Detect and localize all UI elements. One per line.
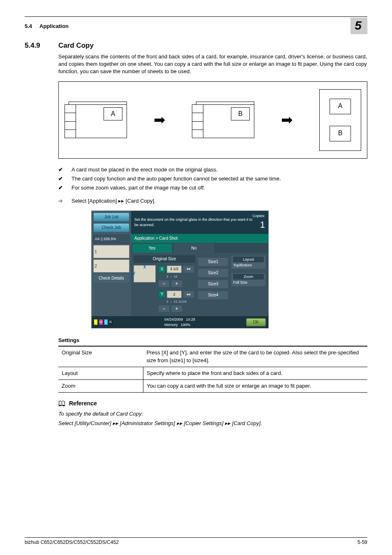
card-b-back: B [231, 107, 250, 120]
arrow-icon: ➡ [281, 110, 293, 130]
intro-paragraph: Separately scans the contents of the fro… [58, 53, 367, 76]
section-title: Card Copy [58, 42, 94, 50]
status-memory-label: Memory [164, 323, 178, 327]
layout-title: Layout [233, 257, 264, 263]
arrow-icon: ➡ [154, 110, 165, 130]
card-preview: X Y [134, 265, 156, 282]
y-button[interactable]: Y [158, 291, 166, 298]
tab-yes[interactable]: Yes [132, 244, 172, 253]
x-value: 3 1/2 [167, 266, 182, 273]
toner-k-icon: K [110, 319, 113, 325]
header-section-name: Application [39, 23, 69, 29]
panel-screenshot: Job List Check Job A4 ▯ 226.5% 1 2 Check… [91, 210, 269, 328]
check-icon: ✔ [58, 184, 66, 192]
zoom-button[interactable]: Zoom Full Size [231, 273, 266, 287]
header-rule [25, 16, 367, 17]
status-time: 14:28 [186, 317, 196, 321]
x-axis-label: X [143, 264, 146, 270]
check-icon: ✔ [58, 166, 66, 173]
arrow-right-icon: ➔ [58, 197, 66, 205]
note-text: For some zoom values, part of the image … [71, 184, 205, 192]
minus-button[interactable]: − [158, 280, 170, 287]
card-copy-diagram: A ➡ B ➡ A B [58, 81, 367, 159]
x-button[interactable]: X [158, 266, 166, 273]
minus-button[interactable]: − [158, 305, 170, 312]
breadcrumb: Application > Card Shot [131, 234, 268, 243]
status-date: 04/24/2009 [164, 317, 183, 321]
toner-y-icon: Y [94, 319, 97, 325]
reference-line-2: Select [Utility/Counter] ▸▸ [Administrat… [58, 420, 367, 427]
reference-line-1: To specify the default of Card Copy: [58, 410, 367, 418]
settings-title: Settings [58, 337, 367, 344]
toner-m-icon: M [99, 319, 103, 325]
section-number: 5.4.9 [25, 42, 49, 50]
toner-levels: Y M C K [94, 319, 114, 325]
check-details-button[interactable]: Check Details [93, 274, 129, 283]
original-size-label: Original Size [134, 255, 195, 263]
y-axis-label: Y [133, 271, 136, 277]
chapter-badge: 5 [350, 18, 367, 34]
check-job-button[interactable]: Check Job [93, 223, 129, 232]
zoom-value: Full Size [233, 280, 247, 284]
settings-key: Zoom [58, 380, 143, 393]
x-min: 2 [166, 275, 168, 278]
layout-value: Top/Bottom [233, 263, 252, 267]
nav-path-text: Select [Application] ▸▸ [Card Copy]. [71, 197, 156, 205]
status-bar: Y M C K 04/24/2009 14:28 Memory 100% OK [92, 316, 268, 328]
running-header: 5.4 Application 5 [25, 18, 367, 34]
note-text: A card must be placed in the erect mode … [71, 166, 218, 173]
nav-step: ➔ Select [Application] ▸▸ [Card Copy]. [58, 197, 367, 205]
scanner-back: B [192, 102, 254, 138]
x-max: 12 [174, 275, 178, 278]
preview-thumb-2: 2 [93, 259, 129, 273]
ok-button[interactable]: OK [246, 318, 266, 326]
settings-table: Original Size Press [X] and [Y], and ent… [58, 346, 367, 393]
settings-val: You can copy a card with the full size o… [143, 380, 368, 393]
plus-button[interactable]: + [171, 280, 182, 287]
paper-indicator: A4 ▯ 226.5% [93, 235, 129, 243]
size3-button[interactable]: Size3 [198, 280, 228, 289]
notes-list: ✔A card must be placed in the erect mode… [58, 166, 367, 192]
copies-value: 1 [260, 220, 265, 230]
reference-title: Reference [69, 400, 97, 408]
size1-button[interactable]: Size1 [198, 257, 228, 266]
section-heading: 5.4.9 Card Copy [25, 42, 367, 50]
reference-heading: 🕮 Reference [58, 398, 367, 409]
tab-no[interactable]: No [174, 244, 214, 253]
x-toggle-button[interactable]: ⇔ [183, 266, 194, 273]
y-value: 2 [167, 291, 182, 298]
reference-icon: 🕮 [58, 398, 66, 409]
size4-button[interactable]: Size4 [198, 291, 228, 300]
output-card-b: B [330, 126, 351, 141]
settings-key: Layout [58, 367, 143, 379]
preview-thumb-1: 1 [93, 245, 129, 258]
toner-c-icon: C [104, 319, 108, 325]
page-footer: bizhub C652/C652DS/C552/C552DS/C452 5-59 [25, 537, 367, 545]
scanner-front: A [65, 102, 127, 138]
plus-button[interactable]: + [171, 305, 182, 312]
settings-val: Specify where to place the front and bac… [143, 367, 368, 379]
status-memory-value: 100% [181, 323, 190, 327]
zoom-title: Zoom [233, 274, 264, 280]
output-sheet: A B [319, 89, 361, 151]
y-max: 11 11/16 [174, 300, 187, 303]
job-list-button[interactable]: Job List [93, 213, 129, 222]
footer-model: bizhub C652/C652DS/C552/C552DS/C452 [25, 539, 119, 545]
instruction-text: Set the document on the original glass i… [134, 217, 252, 227]
y-min: 2 [166, 300, 168, 303]
note-text: The card copy function and the auto pape… [71, 175, 281, 183]
output-card-a: A [330, 99, 351, 114]
size2-button[interactable]: Size2 [198, 268, 228, 278]
check-icon: ✔ [58, 175, 66, 183]
copies-label: Copies: [252, 214, 265, 218]
footer-page: 5-59 [357, 539, 367, 545]
settings-val: Press [X] and [Y], and enter the size of… [143, 346, 368, 367]
card-a-front: A [104, 107, 122, 120]
header-section-num: 5.4 [25, 23, 32, 29]
layout-button[interactable]: Layout Top/Bottom [231, 255, 266, 269]
y-toggle-button[interactable]: ⇔ [183, 291, 194, 298]
settings-key: Original Size [58, 346, 143, 367]
